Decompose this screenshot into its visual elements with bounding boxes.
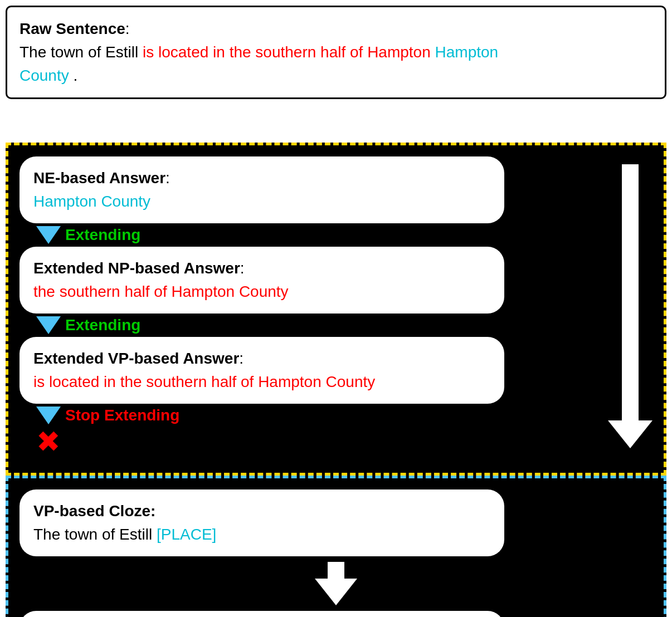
blue-section: VP-based Cloze: The town of Estill [PLAC… bbox=[6, 476, 666, 617]
mid-arrow bbox=[20, 562, 652, 605]
top-connector bbox=[6, 99, 666, 143]
raw-sentence-box: Raw Sentence: The town of Estill is loca… bbox=[6, 6, 666, 99]
raw-sentence-hampton: Hampton bbox=[435, 43, 499, 61]
np-answer-value: the southern half of Hampton County bbox=[33, 283, 289, 300]
cloze-label: VP-based Cloze bbox=[33, 502, 150, 520]
cloze-prefix: The town of Estill bbox=[33, 526, 157, 543]
ne-answer-value: Hampton County bbox=[33, 193, 150, 210]
vp-answer-box: Extended VP-based Answer: is located in … bbox=[20, 337, 504, 404]
black-right bbox=[597, 156, 652, 456]
np-answer-box: Extended NP-based Answer: the southern h… bbox=[20, 247, 504, 314]
extending-row-2: Extending bbox=[36, 316, 597, 334]
cloze-placeholder: [PLACE] bbox=[157, 526, 216, 543]
cyan-arrow-1 bbox=[36, 226, 61, 244]
raw-sentence-end: . bbox=[69, 67, 78, 84]
x-mark: ✖ bbox=[36, 427, 597, 456]
black-left: NE-based Answer: Hampton County Extendin… bbox=[20, 156, 597, 456]
right-white-arrow bbox=[608, 164, 652, 448]
raw-sentence-label: Raw Sentence bbox=[20, 20, 125, 37]
vp-answer-value: is located in the southern half of Hampt… bbox=[33, 373, 375, 390]
extending-label-2: Extending bbox=[65, 316, 140, 334]
cloze-box: VP-based Cloze: The town of Estill [PLAC… bbox=[20, 489, 504, 556]
cyan-arrow-2 bbox=[36, 316, 61, 334]
raw-sentence-prefix: The town of Estill bbox=[20, 43, 143, 61]
vp-answer-label: Extended VP-based Answer bbox=[33, 350, 239, 367]
extending-label-1: Extending bbox=[65, 226, 140, 244]
raw-sentence-middle: is located in the southern half of Hampt… bbox=[143, 43, 431, 61]
raw-sentence-county: County bbox=[20, 67, 69, 84]
extending-row-1: Extending bbox=[36, 226, 597, 244]
ne-answer-label: NE-based Answer bbox=[33, 169, 165, 187]
cyan-arrow-stop bbox=[36, 407, 61, 424]
black-section: NE-based Answer: Hampton County Extendin… bbox=[6, 143, 666, 476]
ne-answer-box: NE-based Answer: Hampton County bbox=[20, 156, 504, 223]
question-box: VP-based Question: Where The town of Est… bbox=[20, 611, 504, 617]
stop-row: Stop Extending bbox=[36, 407, 597, 424]
np-answer-label: Extended NP-based Answer bbox=[33, 259, 240, 277]
stop-label: Stop Extending bbox=[65, 407, 179, 424]
